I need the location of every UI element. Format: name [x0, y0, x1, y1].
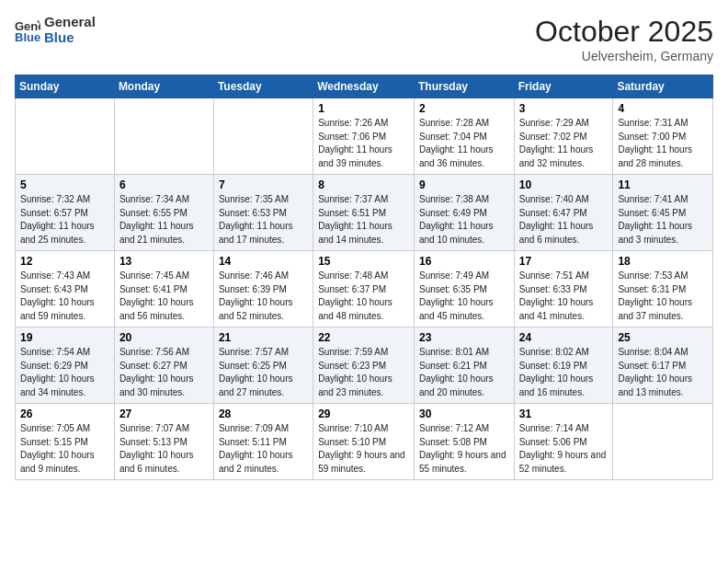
weekday-header-friday: Friday — [514, 75, 613, 98]
day-info: Sunrise: 7:38 AM Sunset: 6:49 PM Dayligh… — [419, 193, 509, 247]
day-number: 7 — [219, 178, 308, 191]
day-number: 10 — [519, 178, 609, 191]
day-info: Sunrise: 7:43 AM Sunset: 6:43 PM Dayligh… — [20, 270, 109, 323]
day-info: Sunrise: 7:35 AM Sunset: 6:53 PM Dayligh… — [219, 193, 308, 247]
day-info: Sunrise: 7:14 AM Sunset: 5:06 PM Dayligh… — [519, 422, 609, 476]
day-info: Sunrise: 7:12 AM Sunset: 5:08 PM Dayligh… — [419, 422, 509, 476]
weekday-header-sunday: Sunday — [16, 75, 115, 98]
day-number: 2 — [419, 102, 509, 115]
title-block: October 2025 Uelversheim, Germany — [535, 15, 713, 63]
day-number: 1 — [318, 102, 409, 115]
calendar-cell: 7Sunrise: 7:35 AM Sunset: 6:53 PM Daylig… — [213, 175, 313, 251]
calendar-cell: 20Sunrise: 7:56 AM Sunset: 6:27 PM Dayli… — [114, 327, 213, 404]
calendar-cell — [16, 98, 115, 175]
calendar-cell: 6Sunrise: 7:34 AM Sunset: 6:55 PM Daylig… — [114, 175, 213, 251]
day-info: Sunrise: 7:28 AM Sunset: 7:04 PM Dayligh… — [419, 117, 509, 170]
day-number: 11 — [618, 178, 708, 191]
week-row-2: 5Sunrise: 7:32 AM Sunset: 6:57 PM Daylig… — [16, 175, 713, 251]
location: Uelversheim, Germany — [535, 49, 713, 63]
day-number: 21 — [219, 331, 308, 344]
day-info: Sunrise: 7:46 AM Sunset: 6:39 PM Dayligh… — [219, 270, 308, 323]
day-info: Sunrise: 7:59 AM Sunset: 6:23 PM Dayligh… — [318, 346, 409, 399]
weekday-header-row: SundayMondayTuesdayWednesdayThursdayFrid… — [16, 75, 713, 98]
week-row-5: 26Sunrise: 7:05 AM Sunset: 5:15 PM Dayli… — [16, 404, 713, 480]
calendar-cell: 14Sunrise: 7:46 AM Sunset: 6:39 PM Dayli… — [213, 251, 313, 327]
calendar-cell: 18Sunrise: 7:53 AM Sunset: 6:31 PM Dayli… — [613, 251, 713, 327]
day-number: 9 — [419, 178, 509, 191]
weekday-header-tuesday: Tuesday — [213, 75, 313, 98]
day-number: 31 — [519, 408, 609, 420]
calendar-cell: 26Sunrise: 7:05 AM Sunset: 5:15 PM Dayli… — [16, 404, 115, 480]
day-info: Sunrise: 7:40 AM Sunset: 6:47 PM Dayligh… — [519, 193, 609, 247]
calendar-cell: 17Sunrise: 7:51 AM Sunset: 6:33 PM Dayli… — [514, 251, 613, 327]
logo-general: General — [44, 15, 96, 30]
day-info: Sunrise: 7:34 AM Sunset: 6:55 PM Dayligh… — [119, 193, 209, 247]
day-number: 3 — [519, 102, 609, 115]
calendar-cell: 12Sunrise: 7:43 AM Sunset: 6:43 PM Dayli… — [16, 251, 115, 327]
weekday-header-monday: Monday — [114, 75, 213, 98]
day-number: 13 — [119, 255, 209, 268]
day-info: Sunrise: 7:05 AM Sunset: 5:15 PM Dayligh… — [20, 422, 109, 476]
calendar-cell: 8Sunrise: 7:37 AM Sunset: 6:51 PM Daylig… — [313, 175, 415, 251]
calendar-cell: 3Sunrise: 7:29 AM Sunset: 7:02 PM Daylig… — [514, 98, 613, 175]
calendar-cell: 2Sunrise: 7:28 AM Sunset: 7:04 PM Daylig… — [414, 98, 514, 175]
day-info: Sunrise: 7:32 AM Sunset: 6:57 PM Dayligh… — [20, 193, 109, 247]
day-number: 28 — [219, 408, 308, 420]
calendar-cell: 5Sunrise: 7:32 AM Sunset: 6:57 PM Daylig… — [16, 175, 115, 251]
day-number: 24 — [519, 331, 609, 344]
day-info: Sunrise: 7:51 AM Sunset: 6:33 PM Dayligh… — [519, 270, 609, 323]
day-number: 27 — [119, 408, 209, 420]
week-row-1: 1Sunrise: 7:26 AM Sunset: 7:06 PM Daylig… — [16, 98, 713, 175]
logo: General Blue General Blue — [15, 15, 96, 45]
calendar-cell: 13Sunrise: 7:45 AM Sunset: 6:41 PM Dayli… — [114, 251, 213, 327]
calendar-cell: 9Sunrise: 7:38 AM Sunset: 6:49 PM Daylig… — [414, 175, 514, 251]
calendar-cell — [114, 98, 213, 175]
svg-text:Blue: Blue — [15, 30, 40, 43]
day-info: Sunrise: 7:31 AM Sunset: 7:00 PM Dayligh… — [618, 117, 708, 170]
day-number: 17 — [519, 255, 609, 268]
month-title: October 2025 — [535, 15, 713, 49]
day-info: Sunrise: 7:53 AM Sunset: 6:31 PM Dayligh… — [618, 270, 708, 323]
day-info: Sunrise: 7:37 AM Sunset: 6:51 PM Dayligh… — [318, 193, 409, 247]
day-info: Sunrise: 7:07 AM Sunset: 5:13 PM Dayligh… — [119, 422, 209, 476]
calendar-cell: 15Sunrise: 7:48 AM Sunset: 6:37 PM Dayli… — [313, 251, 415, 327]
day-info: Sunrise: 7:56 AM Sunset: 6:27 PM Dayligh… — [119, 346, 209, 399]
day-info: Sunrise: 7:29 AM Sunset: 7:02 PM Dayligh… — [519, 117, 609, 170]
day-number: 19 — [20, 331, 109, 344]
calendar-cell: 30Sunrise: 7:12 AM Sunset: 5:08 PM Dayli… — [414, 404, 514, 480]
calendar-cell: 29Sunrise: 7:10 AM Sunset: 5:10 PM Dayli… — [313, 404, 415, 480]
calendar-cell: 4Sunrise: 7:31 AM Sunset: 7:00 PM Daylig… — [613, 98, 713, 175]
day-info: Sunrise: 7:57 AM Sunset: 6:25 PM Dayligh… — [219, 346, 308, 399]
page-header: General Blue General Blue October 2025 U… — [15, 15, 713, 63]
day-number: 20 — [119, 331, 209, 344]
week-row-3: 12Sunrise: 7:43 AM Sunset: 6:43 PM Dayli… — [16, 251, 713, 327]
day-number: 16 — [419, 255, 509, 268]
day-number: 22 — [318, 331, 409, 344]
day-info: Sunrise: 7:09 AM Sunset: 5:11 PM Dayligh… — [219, 422, 308, 476]
calendar-cell — [213, 98, 313, 175]
day-info: Sunrise: 7:49 AM Sunset: 6:35 PM Dayligh… — [419, 270, 509, 323]
day-info: Sunrise: 7:10 AM Sunset: 5:10 PM Dayligh… — [318, 422, 409, 476]
day-number: 6 — [119, 178, 209, 191]
weekday-header-wednesday: Wednesday — [313, 75, 415, 98]
calendar-cell — [613, 404, 713, 480]
logo-icon: General Blue — [15, 17, 40, 43]
calendar-cell: 21Sunrise: 7:57 AM Sunset: 6:25 PM Dayli… — [213, 327, 313, 404]
day-number: 18 — [618, 255, 708, 268]
day-info: Sunrise: 8:04 AM Sunset: 6:17 PM Dayligh… — [618, 346, 708, 399]
calendar-cell: 25Sunrise: 8:04 AM Sunset: 6:17 PM Dayli… — [613, 327, 713, 404]
logo-blue: Blue — [44, 30, 96, 46]
calendar-cell: 11Sunrise: 7:41 AM Sunset: 6:45 PM Dayli… — [613, 175, 713, 251]
weekday-header-saturday: Saturday — [613, 75, 713, 98]
day-info: Sunrise: 7:26 AM Sunset: 7:06 PM Dayligh… — [318, 117, 409, 170]
day-number: 25 — [618, 331, 708, 344]
day-info: Sunrise: 8:01 AM Sunset: 6:21 PM Dayligh… — [419, 346, 509, 399]
calendar-cell: 1Sunrise: 7:26 AM Sunset: 7:06 PM Daylig… — [313, 98, 415, 175]
calendar-cell: 23Sunrise: 8:01 AM Sunset: 6:21 PM Dayli… — [414, 327, 514, 404]
day-number: 26 — [20, 408, 109, 420]
calendar-cell: 27Sunrise: 7:07 AM Sunset: 5:13 PM Dayli… — [114, 404, 213, 480]
day-info: Sunrise: 7:54 AM Sunset: 6:29 PM Dayligh… — [20, 346, 109, 399]
calendar-cell: 22Sunrise: 7:59 AM Sunset: 6:23 PM Dayli… — [313, 327, 415, 404]
calendar-cell: 16Sunrise: 7:49 AM Sunset: 6:35 PM Dayli… — [414, 251, 514, 327]
day-number: 29 — [318, 408, 409, 420]
